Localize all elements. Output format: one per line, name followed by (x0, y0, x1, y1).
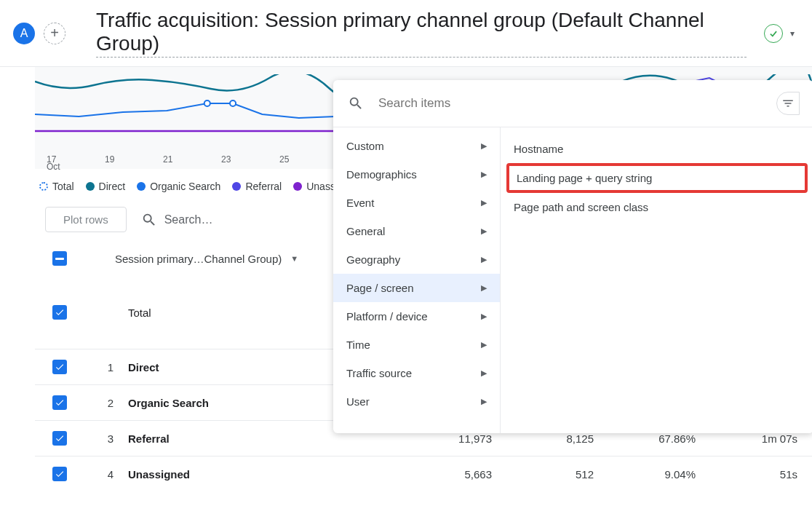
legend-item-direct[interactable]: Direct (86, 181, 126, 192)
row-index: 4 (84, 468, 114, 481)
legend-item-organic[interactable]: Organic Search (137, 181, 220, 192)
search-icon (141, 212, 157, 228)
chevron-right-icon: ▶ (481, 141, 487, 151)
chevron-down-icon: ▼ (290, 254, 298, 263)
page-title[interactable]: Traffic acquisition: Session primary cha… (96, 9, 747, 58)
dd-cat-label: Traffic source (346, 367, 412, 379)
row-cells: 11,973 8,125 67.86% 1m 07s (405, 432, 812, 445)
dd-category-general[interactable]: General▶ (333, 217, 500, 245)
dd-category-user[interactable]: User▶ (333, 387, 500, 416)
x-tick: 25 (279, 154, 301, 172)
dropdown-search-input[interactable] (378, 96, 762, 111)
status-dropdown-caret[interactable]: ▾ (786, 28, 799, 39)
dd-category-platform-device[interactable]: Platform / device▶ (333, 302, 500, 331)
dropdown-body: Custom▶ Demographics▶ Event▶ General▶ Ge… (333, 127, 812, 433)
row-checkbox[interactable] (52, 431, 67, 446)
row-checkbox[interactable] (52, 305, 67, 320)
row-label[interactable]: Referral (128, 432, 346, 445)
dd-item-hostname[interactable]: Hostname (501, 135, 812, 163)
chevron-right-icon: ▶ (481, 226, 487, 236)
dd-item-landing-page[interactable]: Landing page + query string (506, 163, 808, 193)
dropdown-items: Hostname Landing page + query string Pag… (501, 127, 812, 433)
legend-label: Total (52, 181, 74, 192)
row-label[interactable]: Direct (128, 361, 346, 373)
select-all-checkbox[interactable] (52, 251, 67, 266)
cell: 1m 07s (710, 432, 812, 445)
table-search[interactable]: Search… (141, 212, 213, 228)
dd-category-page-screen[interactable]: Page / screen▶ (333, 274, 500, 302)
cell: 9.04% (608, 468, 710, 481)
dd-category-event[interactable]: Event▶ (333, 189, 500, 217)
dot-icon (86, 182, 95, 191)
row-cells: 5,663 512 9.04% 51s (405, 468, 812, 481)
filter-button[interactable] (776, 92, 800, 115)
row-checkbox[interactable] (52, 467, 67, 481)
dd-category-geography[interactable]: Geography▶ (333, 245, 500, 274)
dropdown-search-row (333, 80, 812, 127)
row-index: 2 (84, 397, 114, 409)
row-index: 1 (84, 361, 114, 373)
dot-icon (232, 182, 241, 191)
x-month: Oct (47, 162, 68, 172)
legend-item-referral[interactable]: Referral (232, 181, 282, 192)
chevron-right-icon: ▶ (481, 198, 487, 207)
avatar[interactable]: A (13, 23, 35, 44)
dd-category-demographics[interactable]: Demographics▶ (333, 160, 500, 189)
filter-icon (781, 97, 795, 110)
dd-cat-label: User (346, 395, 370, 408)
svg-point-1 (230, 100, 236, 106)
dimension-selector[interactable]: Session primary…Channel Group) ▼ (115, 253, 298, 265)
add-button[interactable]: + (44, 23, 65, 44)
row-checkbox[interactable] (52, 395, 67, 410)
header-actions: ▾ (764, 24, 799, 43)
cell: 11,973 (405, 432, 506, 445)
dimension-dropdown-panel: Custom▶ Demographics▶ Event▶ General▶ Ge… (333, 80, 812, 433)
app-header: A + Traffic acquisition: Session primary… (0, 0, 812, 67)
legend-item-total[interactable]: Total (39, 181, 74, 192)
row-label[interactable]: Organic Search (128, 397, 346, 409)
search-icon (348, 95, 364, 111)
dd-cat-label: Platform / device (346, 310, 428, 323)
legend-label: Direct (99, 181, 126, 192)
plot-rows-button[interactable]: Plot rows (45, 207, 127, 232)
dd-cat-label: Geography (346, 253, 400, 266)
x-tick: 19 (105, 154, 127, 172)
x-tick: 21 (163, 154, 185, 172)
dd-category-traffic-source[interactable]: Traffic source▶ (333, 359, 500, 387)
dd-cat-label: Event (346, 197, 374, 209)
cell: 67.86% (608, 432, 710, 445)
dd-category-time[interactable]: Time▶ (333, 331, 500, 359)
dd-cat-label: Custom (346, 140, 384, 152)
chevron-right-icon: ▶ (481, 255, 487, 264)
dd-category-custom[interactable]: Custom▶ (333, 132, 500, 160)
row-checkbox[interactable] (52, 360, 67, 374)
legend-label: Referral (245, 181, 282, 192)
cell: 512 (506, 468, 608, 481)
search-placeholder: Search… (164, 213, 213, 226)
row-label: Total (128, 307, 346, 319)
cell: 5,663 (405, 468, 506, 481)
status-check-icon[interactable] (764, 24, 783, 43)
svg-point-0 (204, 100, 210, 106)
x-tick: 23 (221, 154, 243, 172)
dd-cat-label: Time (346, 339, 370, 351)
cell: 8,125 (506, 432, 608, 445)
row-label[interactable]: Unassigned (128, 468, 346, 481)
row-index: 3 (84, 432, 114, 445)
dd-cat-label: Demographics (346, 168, 417, 181)
legend-label: Organic Search (150, 181, 220, 192)
table-row: 4 Unassigned 5,663 512 9.04% 51s (35, 456, 812, 491)
chevron-right-icon: ▶ (481, 340, 487, 349)
dot-icon (293, 182, 302, 191)
dropdown-categories: Custom▶ Demographics▶ Event▶ General▶ Ge… (333, 127, 501, 433)
dot-icon (39, 182, 48, 191)
dd-item-page-path[interactable]: Page path and screen class (501, 193, 812, 221)
dimension-label: Session primary…Channel Group) (115, 253, 282, 265)
chevron-right-icon: ▶ (481, 283, 487, 293)
chevron-right-icon: ▶ (481, 312, 487, 321)
cell: 51s (710, 468, 812, 481)
title-container: Traffic acquisition: Session primary cha… (96, 9, 747, 58)
chevron-right-icon: ▶ (481, 368, 487, 378)
dd-cat-label: Page / screen (346, 282, 414, 294)
dot-icon (137, 182, 146, 191)
